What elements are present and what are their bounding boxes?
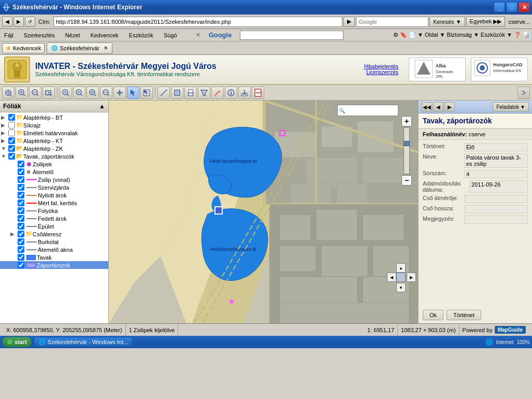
expand-icon[interactable]: ▶ [1,115,7,121]
zoom-in-button[interactable]: + [401,116,412,126]
tool-info[interactable] [225,87,237,99]
tool-zoom-in[interactable] [16,87,28,99]
menu-nezet[interactable]: Nézet [63,31,82,39]
expand-icon[interactable]: ▼ [1,153,7,160]
tool-buffer[interactable] [171,87,183,99]
expand-icon[interactable]: ▼ [1,146,7,152]
tool-measure[interactable] [157,87,170,99]
menu-fajl[interactable]: Fájl [2,31,16,39]
layer-checkbox[interactable] [18,168,24,175]
google-search-input[interactable] [356,17,428,27]
tab-close-icon[interactable]: ✕ [104,45,108,51]
layer-checkbox[interactable] [8,114,15,121]
menu-kedvencek[interactable]: Kedvencek [88,31,120,39]
layer-checkbox[interactable] [18,207,24,214]
layer-checkbox[interactable] [18,246,24,253]
layer-zsilip-vonal[interactable]: Zsilip (vonal) [0,176,108,183]
layer-checkbox[interactable] [18,238,24,245]
tool-zoom-next[interactable] [73,87,85,99]
zoom-slider[interactable] [404,127,410,174]
layer-checkbox[interactable] [18,192,24,198]
tool-select-rect[interactable] [140,87,153,99]
layer-zaportarozok[interactable]: Záportározók [0,261,108,269]
layer-checkbox[interactable] [18,215,24,222]
panel-back-button[interactable]: ◀ [433,102,443,111]
layer-checkbox[interactable] [8,130,15,136]
tool-zoom-prev[interactable] [60,87,72,99]
layer-elmeleti[interactable]: ▶ 📁 Elméleti határvonalak [0,129,108,137]
nav-up-button[interactable]: ▲ [396,263,406,273]
egyebek-button[interactable]: Egyebek ▶▶ [466,17,506,27]
browser-tab[interactable]: 🌐 Székesfehérvár ✕ [47,42,112,54]
layer-mert-fal[interactable]: Mért fal, kerítés [0,199,108,207]
expand-icon[interactable]: ▶ [10,231,17,237]
start-button[interactable]: start [2,337,32,347]
tool-filter[interactable] [198,87,210,99]
tool-zoom-extents[interactable] [2,87,15,99]
tool-download[interactable] [238,87,251,99]
nav-center-button[interactable] [396,273,406,282]
tool-pan[interactable] [113,87,126,99]
nav-down-button[interactable]: ▼ [396,283,406,292]
layer-folyoka[interactable]: Folyóka [0,207,108,215]
layer-checkbox[interactable] [18,184,24,191]
panel-forward-button[interactable]: ▶ [444,102,455,111]
expand-icon[interactable]: ▶ [1,138,7,144]
favorites-button[interactable]: ★ Kedvencek [2,43,45,53]
layer-checkbox[interactable] [8,137,15,144]
ok-button[interactable]: Ok [423,310,443,320]
expand-icon[interactable]: ▶ [1,130,7,136]
layer-epulet[interactable]: Épület [0,222,108,230]
layer-checkbox[interactable] [18,231,24,237]
layer-checkbox[interactable] [8,122,15,129]
address-input[interactable] [53,17,342,27]
layer-zsilipek[interactable]: Zsilipek [0,160,108,168]
tool-zoom-out[interactable] [29,87,41,99]
forward-button[interactable]: ▶ [13,17,24,27]
tool-zoom-in2[interactable] [87,87,99,99]
back-button[interactable]: ◀ [2,17,12,27]
menu-szerkesztes[interactable]: Szerkesztés [22,31,57,39]
map-search-input[interactable] [345,106,397,115]
tool-pdf[interactable]: PDF [252,87,264,99]
tool-print[interactable] [184,87,197,99]
tool-edit[interactable] [211,87,224,99]
tool-select[interactable] [127,87,139,99]
layer-alapterkep-bt[interactable]: ▶ 📁 Alaptérkép - BT [0,113,108,121]
nav-left-button[interactable]: ◀ [387,273,396,282]
layer-szervizjarda[interactable]: Szervizjárda [0,183,108,191]
history-button[interactable]: Történet [447,310,481,320]
layer-checkbox[interactable] [18,223,24,230]
layer-alapterkep-kt[interactable]: ▶ 📁 Alaptérkép - KT [0,137,108,145]
expand-icon[interactable]: ▶ [1,122,7,129]
panel-collapse-button[interactable]: ◀◀ [422,102,432,111]
zoom-slider-handle[interactable] [404,141,410,146]
layer-csoateresz[interactable]: ▶ 📁 Csőáteresz [0,230,108,238]
tool-zoom-rect[interactable] [42,87,55,99]
layer-atemelo-akna[interactable]: Átemelő akna [0,246,108,253]
nav-right-button[interactable]: ▶ [407,273,416,282]
close-button[interactable]: ✕ [519,2,530,12]
refresh-button[interactable]: ↺ [25,17,35,27]
layer-burkolat[interactable]: Burkolat [0,238,108,246]
layer-alapterkep-zk[interactable]: ▼ 📂 Alaptérkép - ZK [0,145,108,152]
google-search-button[interactable]: Keresés ▼ [429,17,465,27]
layer-sikrajz[interactable]: ▶ 📁 Síkrajz [0,121,108,129]
layer-tavak[interactable]: Tavak [0,253,108,261]
layer-tavak-folder[interactable]: ▼ 📂 Tavak, záportározók [0,152,108,160]
tool-zoom-out2[interactable] [100,87,112,99]
layer-checkbox[interactable] [18,200,24,206]
layer-fedett-arok[interactable]: Fedett árok [0,215,108,222]
layer-atemelo[interactable]: ⚙ Átemelő [0,168,108,176]
layer-checkbox[interactable] [8,145,15,152]
go-button[interactable]: ▶ [343,17,355,27]
layer-checkbox[interactable] [18,254,24,261]
right-panel-collapse[interactable] [517,87,530,99]
map-area[interactable]: Felső tározóhorgász tó Felsőtározóhorgás… [109,101,418,323]
layer-checkbox[interactable] [18,262,24,268]
tasks-button[interactable]: Feladatok ▼ [493,102,529,111]
zoom-out-button[interactable]: − [401,175,412,186]
maximize-button[interactable]: □ [506,2,517,12]
layer-nyitott-arok[interactable]: Nyitott árok [0,191,108,199]
layer-checkbox[interactable] [8,153,15,160]
